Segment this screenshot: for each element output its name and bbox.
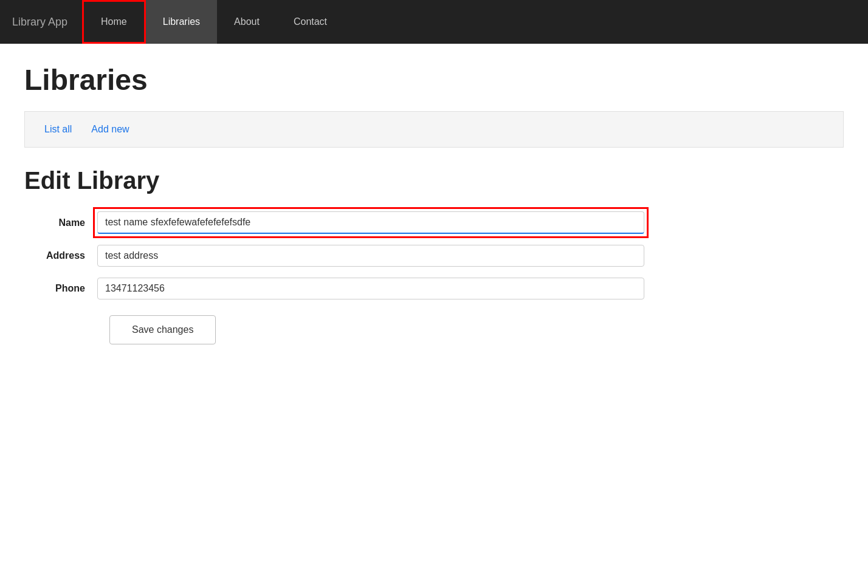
form-row-name: Name [24, 211, 844, 234]
phone-input[interactable] [97, 278, 644, 299]
name-input[interactable] [97, 211, 644, 234]
subnav-bar: List all Add new [24, 111, 844, 148]
nav-link-libraries[interactable]: Libraries [146, 0, 217, 44]
nav-brand[interactable]: Library App [12, 16, 67, 29]
edit-library-title: Edit Library [24, 167, 844, 194]
address-input[interactable] [97, 245, 644, 267]
list-all-link[interactable]: List all [44, 124, 72, 135]
page-content: Libraries List all Add new Edit Library … [0, 44, 868, 364]
save-button-row: Save changes [24, 310, 844, 344]
address-label: Address [24, 250, 97, 261]
form-row-address: Address [24, 245, 844, 267]
navbar: Library App Home Libraries About Contact [0, 0, 868, 44]
save-changes-button[interactable]: Save changes [109, 315, 216, 344]
nav-link-home[interactable]: Home [82, 0, 146, 44]
name-input-wrapper [97, 211, 644, 234]
nav-link-about[interactable]: About [217, 0, 277, 44]
page-title: Libraries [24, 63, 844, 97]
phone-label: Phone [24, 283, 97, 294]
nav-links: Home Libraries About Contact [82, 0, 344, 44]
form-row-phone: Phone [24, 278, 844, 299]
add-new-link[interactable]: Add new [91, 124, 129, 135]
name-label: Name [24, 217, 97, 228]
nav-link-contact[interactable]: Contact [277, 0, 344, 44]
